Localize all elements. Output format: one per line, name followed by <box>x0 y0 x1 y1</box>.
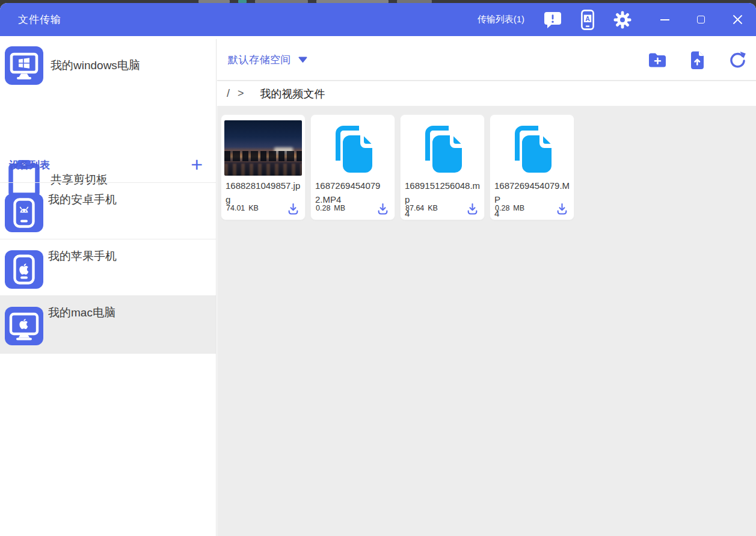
add-device-button[interactable]: + <box>187 153 206 175</box>
file-size: 74.01 <box>226 204 245 212</box>
file-size: 0.28 <box>495 204 509 212</box>
download-icon <box>466 202 479 215</box>
download-button[interactable] <box>555 202 568 215</box>
breadcrumb-separator: > <box>238 87 244 100</box>
device-label: 我的苹果手机 <box>48 248 117 264</box>
refresh-icon <box>727 50 746 69</box>
file-document-icon <box>330 123 376 174</box>
new-folder-icon <box>648 52 667 68</box>
sidebar: 我的windows电脑 共享剪切板 设备列表 + 我的安卓手机 <box>0 39 217 536</box>
android-phone-icon <box>5 194 43 232</box>
file-card[interactable]: 1689151256048.mp4 87.64 KB <box>400 114 485 220</box>
download-button[interactable] <box>376 202 389 215</box>
sidebar-item-apple-phone[interactable]: 我的苹果手机 <box>0 239 216 295</box>
breadcrumb: / > 我的视频文件 <box>217 81 756 106</box>
file-size-unit: KB <box>248 204 259 212</box>
breadcrumb-current-folder[interactable]: 我的视频文件 <box>260 87 325 101</box>
device-list-header: 设备列表 <box>9 157 50 174</box>
feedback-message-icon[interactable] <box>544 11 562 29</box>
refresh-button[interactable] <box>726 49 748 70</box>
download-icon <box>556 202 568 215</box>
file-grid-area: 1688281049857.jpg 74.01 KB 1687269454079 <box>217 106 756 536</box>
main-panel: 默认存储空间 <box>217 39 756 536</box>
windows-computer-icon <box>5 46 43 85</box>
transfer-list-button[interactable]: 传输列表(1) <box>478 14 524 25</box>
sidebar-item-mac-computer[interactable]: 我的mac电脑 <box>0 295 216 354</box>
close-button[interactable] <box>733 14 743 25</box>
device-rename-phone-icon[interactable]: A <box>581 10 594 30</box>
file-size-unit: MB <box>334 204 345 212</box>
file-size: 87.64 <box>405 204 424 212</box>
mac-computer-icon <box>5 307 43 345</box>
app-title: 文件传输 <box>18 13 61 26</box>
sidebar-item-label: 我的windows电脑 <box>51 57 140 74</box>
breadcrumb-root[interactable]: / <box>227 87 230 100</box>
upload-file-icon <box>689 50 705 70</box>
settings-gear-icon[interactable] <box>613 11 632 29</box>
file-size-unit: KB <box>428 204 438 212</box>
image-thumbnail <box>224 120 302 176</box>
sidebar-item-shared-clipboard[interactable]: 共享剪切板 <box>0 98 216 153</box>
device-label: 我的安卓手机 <box>48 192 117 208</box>
download-icon <box>287 202 300 215</box>
upload-file-button[interactable] <box>686 49 708 70</box>
file-card[interactable]: 16872694540792.MP4 0.28 MB <box>310 114 395 220</box>
svg-text:A: A <box>585 14 590 22</box>
minimize-button[interactable] <box>660 19 669 20</box>
file-card[interactable]: 1688281049857.jpg 74.01 KB <box>221 114 306 220</box>
maximize-button[interactable] <box>697 16 705 23</box>
download-icon <box>376 202 389 215</box>
apple-phone-icon <box>5 250 43 289</box>
app-window: 文件传输 传输列表(1) A <box>0 3 756 536</box>
file-card[interactable]: 1687269454079.MP4 0.28 MB <box>490 114 574 220</box>
device-label: 我的mac电脑 <box>48 305 115 321</box>
storage-header: 默认存储空间 <box>217 39 756 81</box>
download-button[interactable] <box>286 202 300 215</box>
file-size: 0.28 <box>316 204 330 212</box>
file-document-icon <box>509 123 555 174</box>
title-bar: 文件传输 传输列表(1) A <box>0 3 756 36</box>
sidebar-item-my-computer[interactable]: 我的windows电脑 <box>0 39 216 98</box>
new-folder-button[interactable] <box>647 49 668 70</box>
storage-space-selector[interactable]: 默认存储空间 <box>228 53 307 67</box>
storage-space-label: 默认存储空间 <box>228 53 291 67</box>
download-button[interactable] <box>466 202 479 215</box>
file-document-icon <box>420 123 466 174</box>
file-size-unit: MB <box>513 204 524 212</box>
sidebar-item-android-phone[interactable]: 我的安卓手机 <box>0 182 216 239</box>
chevron-down-icon <box>298 57 307 63</box>
